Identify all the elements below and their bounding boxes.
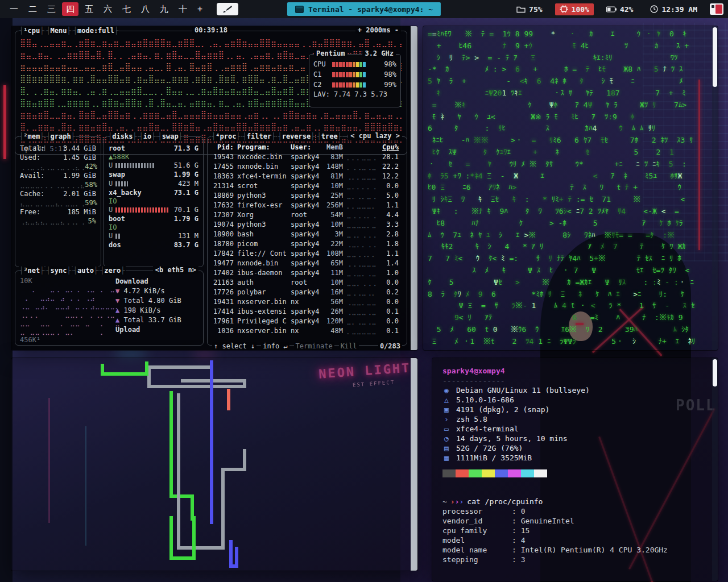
memory-icon: ▦ <box>442 453 450 463</box>
workspace-3[interactable]: 三 <box>43 2 60 16</box>
process-row[interactable]: 18869python3sparky425M⣀⡀⢀⡀⣀⢀⢀5.0 <box>212 191 402 201</box>
cpu-core-row: C299% <box>309 80 400 90</box>
process-row[interactable]: 19074python3sparky410M⣀⣀⣀⣀⡀⣀⣀3.3 <box>212 220 402 230</box>
tab-swap[interactable]: ┤swap├ <box>158 132 183 141</box>
cpuinfo-row: model name: Intel(R) Pentium(R) 4 CPU 3.… <box>442 545 708 555</box>
process-row[interactable]: 21314scrotsparky410M⣀⡀⡀⡀⡀⢀⡀0.0 <box>212 181 402 191</box>
process-row[interactable]: 17402ibus-daemonsparky411M⣀⢀⣀⡀⢀⣀⣀1.0 <box>212 268 402 278</box>
focused-window-title[interactable]: Terminal - sparky4@xompy4: ~ <box>287 2 441 16</box>
process-row[interactable]: 17307Xorgroot54M⣀⢀⢀⢀⡀⢀⣀4.4 <box>212 210 402 220</box>
palette-swatch <box>469 469 482 477</box>
scrollbar-thumb[interactable] <box>713 359 717 386</box>
process-row[interactable]: 18900bashsparky43M⣀⢀⡀⢀⢀⢀⢀2.8 <box>212 230 402 239</box>
terminal-scrollbar[interactable] <box>411 26 417 350</box>
workspace-10[interactable]: 十 <box>175 2 191 16</box>
tab-sync[interactable]: ┤sync├ <box>46 266 71 275</box>
neofetch-info-row: △5.10.0-16-686 <box>442 395 708 405</box>
window-neofetch[interactable]: sparky4@xompy4 -------------- ◉Debian GN… <box>432 358 718 581</box>
load-average: LAV: 7.74 7.3 5.73 <box>309 90 400 99</box>
cpu-usage-module[interactable]: 100% <box>555 3 594 15</box>
disk-entry: root71.3 G <box>109 144 198 153</box>
net-down-graph: ⠀⠀⢀⠀⠀⠀⣀⢀⠀⣀⡀⢀⠀⢀⣀⠀⡀⠀⣀⣀⠀⡀⠀⠀⣀⣠⣀⠀⣠⠀⡀⢀⠀⢀⣠⠀⠀⠀⠀⣀… <box>20 285 115 310</box>
mem-rows: Total:3.44 GiBUsed:1.45 GiB⢀⢀⣀⢀⣄⢀⣀⢀⣀⢀⢀⣄⢀… <box>15 137 101 229</box>
info-control[interactable]: info ↵ <box>261 342 289 350</box>
process-row[interactable]: 18363xfce4-terminsparky481M⢀⡀⡀⣀⣀⣀⢀12.2 <box>212 172 402 181</box>
tab-menu[interactable]: ┤Menu├ <box>46 26 71 35</box>
tab-tree[interactable]: ┤tree├ <box>316 132 342 141</box>
kill-button[interactable]: Kill <box>339 342 359 350</box>
col-pid[interactable]: Pid: <box>212 143 234 152</box>
clock-value: 12:39 AM <box>661 5 697 14</box>
tab-filter[interactable]: ┤filter├ <box>242 132 276 141</box>
tab-reverse[interactable]: ┤reverse├ <box>277 132 315 141</box>
tab-cpu[interactable]: ┤¹cpu├ <box>19 26 44 35</box>
mem-mini-graph: ⢀⣄⣀⣄⣄⡀⣀⣀⣄⢀⢀⡀⢀5% <box>20 217 96 226</box>
cpuinfo-row: model: 4 <box>442 535 708 545</box>
os-icon: ◉ <box>442 385 450 395</box>
process-row[interactable]: 17726polybarsparky416M⣀⢀⢀⣀⢀⡀⡀0.2 <box>212 288 402 297</box>
col-mem[interactable]: MemB <box>324 143 343 152</box>
proc-tabs: ┤⁴proc├┤filter├┤reverse├┤tree├ <box>211 132 342 141</box>
process-row[interactable]: 21163authroot10M⣀⣀⡀⢀⢀⢀⣀0.0 <box>212 278 402 288</box>
terminal-icon <box>295 6 304 13</box>
tab-auto[interactable]: ┤auto├ <box>73 266 98 275</box>
window-system-monitor[interactable]: ┤¹cpu├┤Menu├┤mode:full├ 00:39:18 + 2000m… <box>11 26 417 350</box>
prompt-command: cat /proc/cpuinfo <box>467 497 543 506</box>
col-user[interactable]: User: <box>291 143 320 152</box>
workspace-5[interactable]: 五 <box>81 2 97 16</box>
neofetch-info: ◉Debian GNU/Linux 11 (bullseye)△5.10.0-1… <box>442 385 708 463</box>
workspace-1[interactable]: 一 <box>6 2 22 16</box>
terminal-scrollbar[interactable] <box>411 358 417 571</box>
terminal-scrollbar[interactable] <box>712 358 718 581</box>
refresh-interval-control[interactable]: + 2000ms - <box>355 26 401 34</box>
process-row[interactable]: 17961Privileged Csparky4120M⣀⡀⢀⣀⢀⣀⡀0.0 <box>212 317 402 326</box>
workspace-add-button[interactable]: + <box>193 3 206 15</box>
process-row[interactable]: 17842file:// Contsparky4108M⣀⣀⢀⢀⡀⡀⣀1.1 <box>212 249 402 259</box>
cpu-frequency: 3.2 GHz <box>362 49 396 57</box>
battery-module[interactable]: 42% <box>602 3 638 15</box>
cpu-model: Pentium <box>314 49 348 57</box>
workspace-7[interactable]: 七 <box>118 2 135 16</box>
proc-sort-control[interactable]: < cpu lazy > <box>348 132 402 140</box>
clock-module[interactable]: 12:39 AM <box>646 3 702 15</box>
col-cpu[interactable]: Cpu% <box>379 143 399 152</box>
tab-graph[interactable]: ┤graph├ <box>46 132 76 141</box>
net-rate-list: ▼ 4.72 KiB/s▼ Total 4.80 GiB▲ 198 KiB/s▲… <box>115 286 198 325</box>
process-row[interactable]: 19477nxnode.binsparky465M⢀⢀⢀⣀⣀⣀⡀1.4 <box>212 259 402 268</box>
select-control[interactable]: ↑ select ↓ <box>212 342 257 350</box>
tab-io[interactable]: ┤io├ <box>139 132 156 141</box>
scrollbar-thumb[interactable] <box>713 27 717 87</box>
process-row[interactable]: 19543nxcodec.binsparky483M⡀⡀⡀⣀⣀⢀⣀28.1 <box>212 152 402 162</box>
net-interface[interactable]: <b eth5 n> <box>153 266 198 274</box>
process-row[interactable]: 18780picomsparky422M⢀⣀⡀⡀⢀⢀⣀1.8 <box>212 239 402 249</box>
palette-swatch <box>534 469 547 477</box>
process-row[interactable]: 19431nxserver.binnx56M⢀⣀⣀⡀⣀⣀⢀0.0 <box>212 297 402 307</box>
net-scale-top: 10K <box>20 277 115 285</box>
terminate-button[interactable]: Terminate <box>294 342 334 350</box>
process-row[interactable]: 1036nxserver.binnx48M⡀⣀⣀⣀⣀⣀⢀0.1 <box>212 326 402 336</box>
terminal-scrollbar[interactable] <box>712 26 718 350</box>
col-program[interactable]: Program: <box>237 143 287 152</box>
tab-zero[interactable]: ┤zero├ <box>100 266 125 275</box>
workspace-2[interactable]: 二 <box>24 2 41 16</box>
tab-net[interactable]: ┤³net├ <box>19 266 44 275</box>
disk-usage-module[interactable]: 75% <box>512 3 547 15</box>
workspace-4[interactable]: 四 <box>62 2 78 16</box>
mem-mini-graph: ⢀⢀⣀⢀⣄⢀⣀⢀⣀⢀⢀⣄⢀42% <box>20 162 96 171</box>
tab-modefull[interactable]: ┤mode:full├ <box>73 26 119 35</box>
cpuinfo-row: cpu family: 15 <box>442 526 708 535</box>
process-row[interactable]: 17455nxnode.binsparky4148M⡀⢀⢀⣀⢀⣀⢀22.2 <box>212 162 402 172</box>
process-row[interactable]: 17414ibus-extensisparky426M⢀⣀⣀⣀⢀⣀⣀0.1 <box>212 307 402 317</box>
workspace-9[interactable]: 九 <box>156 2 172 16</box>
window-matrix-rain[interactable]: ==ﾐﾊﾓﾜ ※ ﾃ = 1ｳ 8 99 * ・ ｶ ｴ ｳ ・ ﾔ 0 ｷ +… <box>423 26 718 350</box>
disk-entry: boot1.79 G <box>109 214 198 223</box>
window-pipes[interactable] <box>11 358 417 571</box>
process-row[interactable]: 17632firefox-esrsparky4256M⡀⡀⣀⣀⣀⡀⢀1.1 <box>212 201 402 210</box>
tab-mem[interactable]: ┤²mem├ <box>19 132 44 141</box>
workspace-8[interactable]: 八 <box>137 2 154 16</box>
workspace-6[interactable]: 六 <box>100 2 116 16</box>
layout-indicator[interactable] <box>710 3 723 15</box>
tab-disks[interactable]: ┤disks├ <box>107 132 138 141</box>
tab-proc[interactable]: ┤⁴proc├ <box>211 132 241 141</box>
paintbrush-button[interactable] <box>217 3 238 15</box>
